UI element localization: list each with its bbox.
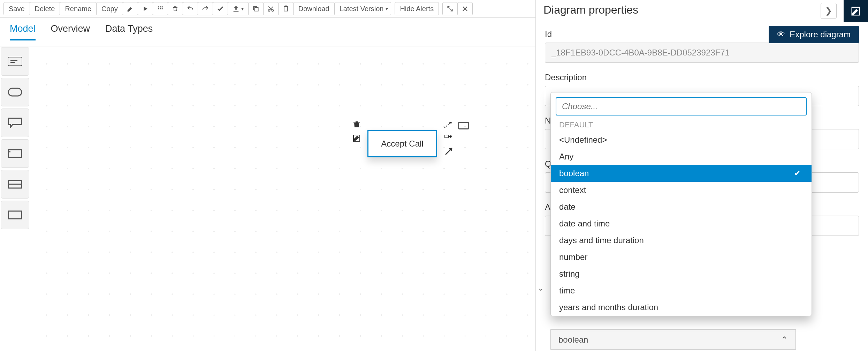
dropdown-item[interactable]: number	[551, 249, 812, 266]
node-label: Accept Call	[381, 139, 423, 149]
shape-palette	[0, 46, 29, 351]
node-mini-rect-icon[interactable]	[458, 122, 469, 129]
node-connect-solid-icon[interactable]	[443, 146, 454, 157]
dropdown-item[interactable]: Any	[551, 148, 812, 165]
dropdown-group-label: DEFAULT	[551, 120, 812, 132]
latest-version-label: Latest Version	[340, 5, 384, 13]
dropdown-item[interactable]: context	[551, 182, 812, 199]
tab-model[interactable]: Model	[10, 23, 36, 40]
explore-diagram-button[interactable]: 👁 Explore diagram	[769, 26, 859, 43]
save-button[interactable]: Save	[3, 2, 30, 15]
expand-icon[interactable]	[442, 2, 458, 15]
chevron-up-icon: ⌃	[781, 335, 788, 345]
copy-button[interactable]: Copy	[96, 2, 123, 15]
palette-rect-notch-icon[interactable]	[1, 139, 29, 168]
node-connect-dotted-icon[interactable]	[443, 120, 454, 130]
grid-icon[interactable]	[153, 2, 168, 15]
palette-double-rect-icon[interactable]	[1, 170, 29, 199]
trash-icon[interactable]	[168, 2, 183, 15]
svg-rect-0	[254, 8, 258, 11]
palette-annotation-icon[interactable]	[1, 47, 29, 76]
node-tools-left	[351, 119, 362, 143]
dropdown-item[interactable]: time	[551, 282, 812, 299]
latest-version-button[interactable]: Latest Version ▾	[334, 2, 391, 15]
delete-button[interactable]: Delete	[30, 2, 60, 15]
rename-button[interactable]: Rename	[60, 2, 97, 15]
close-icon[interactable]	[457, 2, 473, 15]
copy-icon[interactable]	[248, 2, 264, 15]
tab-overview[interactable]: Overview	[51, 23, 90, 40]
paste-icon[interactable]	[278, 2, 294, 15]
type-select-value: boolean	[558, 335, 588, 345]
export-icon[interactable]: ▾	[228, 2, 249, 15]
redo-icon[interactable]	[198, 2, 213, 15]
panel-header: Diagram properties ❯	[536, 0, 868, 22]
node-tools-right	[443, 120, 454, 157]
dropdown-item[interactable]: years and months duration	[551, 299, 812, 316]
id-field	[545, 43, 859, 63]
svg-rect-8	[8, 88, 22, 96]
undo-icon[interactable]	[183, 2, 198, 15]
panel-title: Diagram properties	[543, 3, 638, 16]
hide-alerts-button[interactable]: Hide Alerts	[395, 2, 439, 15]
description-label: Description	[545, 73, 859, 82]
node-edit-icon[interactable]	[351, 133, 362, 143]
panel-edit-button[interactable]	[844, 0, 868, 22]
cut-icon[interactable]	[263, 2, 279, 15]
dropdown-item[interactable]: date	[551, 199, 812, 215]
panel-collapse-icon[interactable]: ❯	[821, 3, 837, 19]
explore-diagram-label: Explore diagram	[790, 30, 851, 39]
dropdown-item[interactable]: <Undefined>	[551, 132, 812, 148]
properties-panel: Diagram properties ❯ 👁 Explore diagram I…	[535, 0, 868, 351]
type-select[interactable]: boolean ⌃	[550, 329, 796, 350]
node-link-icon[interactable]	[443, 133, 454, 143]
node-delete-icon[interactable]	[351, 119, 362, 129]
type-dropdown: DEFAULT <Undefined>Anybooleancontextdate…	[550, 92, 812, 316]
dropdown-item[interactable]: boolean	[551, 165, 812, 182]
palette-rect-icon[interactable]	[1, 201, 29, 229]
expand-section-icon[interactable]: ⌄	[536, 283, 546, 293]
palette-rounded-rect-icon[interactable]	[1, 78, 29, 106]
play-icon[interactable]	[138, 2, 153, 15]
dropdown-search-input[interactable]	[556, 97, 807, 115]
svg-rect-5	[8, 57, 22, 66]
palette-callout-icon[interactable]	[1, 109, 29, 137]
download-button[interactable]: Download	[293, 2, 335, 15]
dropdown-item[interactable]: string	[551, 266, 812, 282]
edit-icon[interactable]	[123, 2, 138, 15]
eye-icon: 👁	[777, 30, 785, 39]
dropdown-item[interactable]: days and time duration	[551, 232, 812, 249]
svg-rect-11	[8, 211, 22, 219]
dropdown-item[interactable]: date and time	[551, 215, 812, 232]
panel-body: 👁 Explore diagram Id Description Na Q Al…	[536, 22, 868, 241]
tab-data-types[interactable]: Data Types	[105, 23, 153, 40]
svg-rect-13	[445, 135, 448, 138]
check-icon[interactable]	[213, 2, 228, 15]
diagram-node[interactable]: Accept Call	[367, 130, 437, 157]
